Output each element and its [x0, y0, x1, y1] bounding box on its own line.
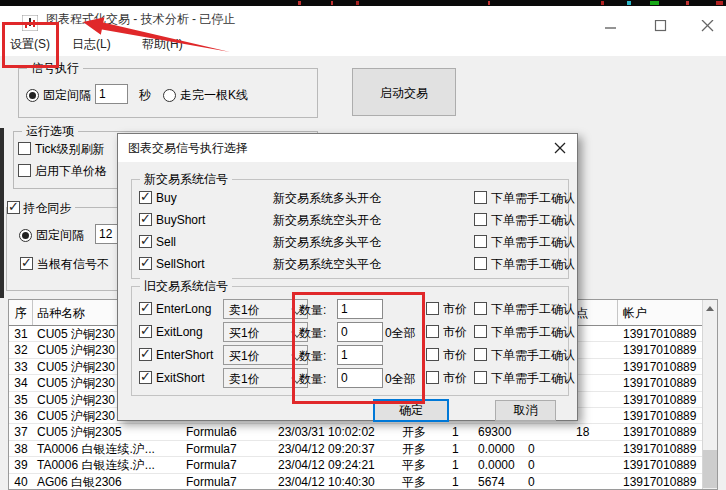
entershort-label: EnterShort	[156, 347, 213, 363]
cell-extra: 0	[523, 474, 561, 489]
checkbox-exitlong-confirm[interactable]	[474, 325, 487, 338]
interval-seconds-input[interactable]	[95, 84, 128, 104]
cell-time: 23/03/31 10:02:02	[273, 424, 397, 439]
checkbox-exitlong[interactable]	[139, 325, 152, 338]
cell-account: 13917010889	[618, 408, 704, 423]
exitlong-confirm-label: 下单需手工确认	[491, 324, 575, 340]
checkbox-buyshort-confirm[interactable]	[474, 213, 487, 226]
checkbox-sellshort[interactable]	[139, 257, 152, 270]
dialog-titlebar[interactable]: 图表交易信号执行选择	[118, 134, 577, 162]
market-label: 市价	[443, 347, 467, 363]
checkbox-pos-sync[interactable]	[7, 201, 20, 214]
group-old-signals-title: 旧交易系统信号	[140, 278, 232, 295]
signal-option-label: 当根有信号不	[37, 256, 109, 272]
pos-sync-label: 持仓同步	[23, 201, 71, 215]
cell-dir: 开多	[397, 424, 447, 439]
cell-extra: 0	[523, 441, 561, 456]
cell-account: 13917010889	[618, 375, 704, 390]
checkbox-tick-refresh[interactable]	[18, 142, 31, 155]
cell-price: 5674	[473, 474, 523, 489]
pos-sync-header: 持仓同步	[7, 199, 75, 217]
cell-price: 0.0000	[473, 441, 523, 456]
cell-extra: 0	[523, 457, 561, 472]
cancel-button[interactable]: 取消	[495, 400, 556, 421]
cell-seq: 31	[9, 326, 33, 341]
price-type-value: 买1价	[229, 348, 260, 365]
strip-mark	[488, 1, 490, 5]
checkbox-enterlong[interactable]	[139, 302, 152, 315]
checkbox-exitshort-confirm[interactable]	[474, 371, 487, 384]
buyshort-desc: 新交易系统空头开仓	[273, 212, 381, 228]
strip-mark	[331, 1, 333, 5]
annotation-box-settings	[2, 22, 59, 68]
cell-seq: 34	[9, 375, 33, 390]
checkbox-signal-option[interactable]	[20, 257, 33, 270]
cell-seq: 40	[9, 474, 33, 489]
cell-qty: 1	[447, 474, 473, 489]
cell-seq: 36	[9, 408, 33, 423]
strip-mark	[686, 1, 689, 5]
exitshort-label: ExitShort	[156, 370, 205, 386]
checkbox-entershort-confirm[interactable]	[474, 348, 487, 361]
cell-time: 23/04/12 09:24:21	[273, 457, 397, 472]
checkbox-enterlong-market[interactable]	[426, 302, 439, 315]
checkbox-enable-price[interactable]	[18, 164, 31, 177]
checkbox-exitlong-market[interactable]	[426, 325, 439, 338]
cell-account: 13917010889	[618, 457, 704, 472]
sellshort-label: SellShort	[156, 256, 205, 272]
checkbox-entershort-market[interactable]	[426, 348, 439, 361]
background-edge-strip	[0, 128, 4, 298]
dialog-close-icon[interactable]	[549, 139, 571, 157]
checkbox-exitshort[interactable]	[139, 371, 152, 384]
header-account[interactable]: 帐户	[618, 300, 704, 325]
radio-sync-fixed-interval[interactable]	[19, 229, 32, 242]
cell-seq: 37	[9, 424, 33, 439]
cell-dir: 平多	[397, 474, 447, 489]
dialog-title: 图表交易信号执行选择	[128, 134, 248, 162]
radio-bar-complete[interactable]	[163, 89, 176, 102]
market-label: 市价	[443, 324, 467, 340]
checkbox-sell-confirm[interactable]	[474, 235, 487, 248]
radio-fixed-interval[interactable]	[26, 89, 39, 102]
header-seq[interactable]: 序	[9, 300, 33, 325]
enterlong-confirm-label: 下单需手工确认	[491, 301, 575, 317]
strip-mark	[298, 1, 301, 5]
checkbox-enterlong-confirm[interactable]	[474, 302, 487, 315]
fixed-interval-label: 固定间隔	[43, 87, 91, 103]
cell-seq: 32	[9, 342, 33, 357]
checkbox-sell[interactable]	[139, 235, 152, 248]
cell-name: TA0006 白银连续.沪...	[33, 457, 181, 472]
vertical-scrollbar[interactable]	[702, 300, 717, 489]
cell-account: 13917010889	[618, 342, 704, 357]
cell-slip: 18	[561, 424, 618, 439]
sell-desc: 新交易系统多头平仓	[273, 234, 381, 250]
cell-seq: 38	[9, 441, 33, 456]
enterlong-label: EnterLong	[156, 301, 211, 317]
enable-price-label: 启用下单价格	[35, 163, 107, 179]
cell-extra	[523, 424, 561, 439]
table-row[interactable]: 37CU05 沪铜2305Formula623/03/31 10:02:02开多…	[9, 424, 717, 440]
checkbox-buy-confirm[interactable]	[474, 191, 487, 204]
scrollbar-thumb[interactable]	[703, 450, 717, 488]
checkbox-sellshort-confirm[interactable]	[474, 257, 487, 270]
cell-formula: Formula7	[181, 457, 273, 472]
signal-row-buy: Buy 新交易系统多头开仓 下单需手工确认	[118, 188, 579, 208]
checkbox-entershort[interactable]	[139, 348, 152, 361]
strip-mark	[716, 1, 723, 5]
table-row[interactable]: 39TA0006 白银连续.沪...Formula723/04/12 09:24…	[9, 457, 717, 473]
checkbox-exitshort-market[interactable]	[426, 371, 439, 384]
start-trading-button[interactable]: 启动交易	[352, 68, 456, 116]
checkbox-buyshort[interactable]	[139, 213, 152, 226]
group-new-signals-title: 新交易系统信号	[140, 171, 232, 188]
market-label: 市价	[443, 301, 467, 317]
cell-account: 13917010889	[618, 474, 704, 489]
scroll-up-icon[interactable]	[703, 300, 717, 317]
checkbox-buy[interactable]	[139, 191, 152, 204]
table-row[interactable]: 38TA0006 白银连续.沪...Formula723/04/12 09:20…	[9, 441, 717, 457]
cell-name: CU05 沪铜2305	[33, 424, 181, 439]
cell-name: AG06 白银2306	[33, 474, 181, 489]
cell-slip	[561, 457, 618, 472]
table-row[interactable]: 40AG06 白银2306Formula723/04/12 10:40:30平多…	[9, 474, 717, 490]
sell-label: Sell	[156, 234, 176, 250]
cell-account: 13917010889	[618, 326, 704, 341]
